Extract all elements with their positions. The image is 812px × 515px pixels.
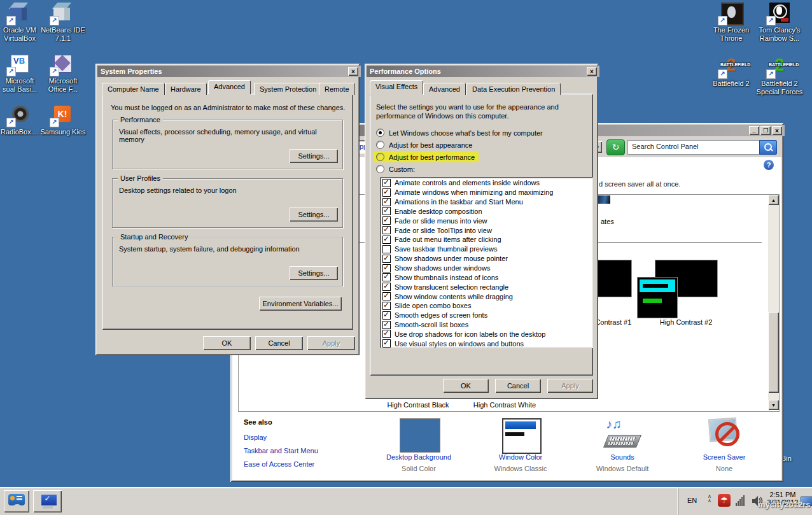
avira-tray-icon[interactable]: ☂ (718, 494, 731, 507)
visual-effect-item[interactable]: Show translucent selection rectangle (380, 282, 593, 292)
visual-effect-item[interactable]: Fade or slide ToolTips into view (380, 225, 593, 235)
tab-remote[interactable]: Remote (319, 83, 355, 95)
checked-checkbox-icon[interactable] (382, 226, 391, 234)
see-also-link-taskbar[interactable]: Taskbar and Start Menu (244, 447, 318, 455)
checked-checkbox-icon[interactable] (382, 207, 391, 215)
system-properties-titlebar[interactable]: System Properties × (97, 66, 361, 77)
visual-effect-item[interactable]: Show shadows under mouse pointer (380, 254, 593, 264)
checked-checkbox-icon[interactable] (382, 321, 391, 329)
cancel-button[interactable]: Cancel (495, 379, 541, 393)
theme-list-scrollbar[interactable]: ▲ ▼ (768, 195, 779, 410)
visual-effect-item[interactable]: Animate windows when minimizing and maxi… (380, 188, 593, 197)
radio-custom[interactable]: Custom: (374, 164, 419, 174)
tab-advanced[interactable]: Advanced (423, 83, 466, 95)
checked-checkbox-icon[interactable] (382, 216, 391, 225)
apply-button[interactable]: Apply (307, 336, 355, 350)
checked-checkbox-icon[interactable] (382, 255, 391, 263)
screen-saver-thumbnail[interactable] (706, 417, 742, 451)
window-color-label[interactable]: Window Color (473, 453, 568, 461)
desktop-background-thumbnail[interactable] (400, 418, 440, 453)
visual-effect-item[interactable]: Slide open combo boxes (380, 301, 593, 311)
desktop-icon-oracle-virtualbox[interactable]: ↗ Oracle VMVirtualBox (0, 3, 43, 43)
checked-checkbox-icon[interactable] (382, 273, 391, 281)
see-also-link-ease-of-access[interactable]: Ease of Access Center (244, 460, 314, 468)
close-button[interactable]: × (772, 126, 782, 135)
taskbar-app-button[interactable]: ✓ (33, 490, 62, 512)
checked-checkbox-icon[interactable] (382, 283, 391, 291)
sounds-thumbnail[interactable]: ♪♫ (605, 417, 640, 451)
maximize-button[interactable]: ❒ (760, 126, 771, 135)
screen-saver-label[interactable]: Screen Saver (676, 453, 772, 461)
tab-system-protection[interactable]: System Protection (254, 83, 322, 95)
visual-effect-item[interactable]: Smooth edges of screen fonts (380, 311, 593, 320)
radio-let-windows-choose[interactable]: Let Windows choose what's best for my co… (374, 127, 547, 138)
visual-effect-item[interactable]: Save taskbar thumbnail previews (380, 244, 593, 254)
desktop-icon-office[interactable]: ↗ MicrosoftOffice F... (39, 53, 87, 94)
performance-settings-button[interactable]: Settings... (290, 149, 338, 163)
tab-visual-effects[interactable]: Visual Effects (370, 80, 423, 94)
refresh-button[interactable]: ↻ (606, 139, 625, 155)
checked-checkbox-icon[interactable] (382, 302, 391, 310)
language-indicator[interactable]: EN (687, 497, 697, 504)
checked-checkbox-icon[interactable] (382, 339, 391, 348)
close-button[interactable]: × (348, 67, 358, 76)
performance-options-titlebar[interactable]: Performance Options × (367, 66, 599, 77)
desktop-icon-battlefield-2[interactable]: 2 BATTLEFIELD ↗ Battlefield 2 (708, 56, 755, 88)
checked-checkbox-icon[interactable] (382, 179, 391, 187)
checked-checkbox-icon[interactable] (382, 188, 391, 197)
desktop-icon-radiobox[interactable]: ↗ RadioBox.... (0, 104, 43, 136)
network-signal-icon[interactable] (736, 495, 745, 506)
checked-checkbox-icon[interactable] (382, 198, 391, 206)
tab-hardware[interactable]: Hardware (165, 83, 207, 95)
visual-effects-list[interactable]: Animate controls and elements inside win… (380, 177, 593, 348)
minimize-button[interactable]: _ (749, 126, 759, 135)
scroll-down-button[interactable]: ▼ (768, 400, 779, 410)
visual-effect-item[interactable]: Smooth-scroll list boxes (380, 320, 593, 330)
startup-settings-button[interactable]: Settings... (290, 266, 338, 280)
scrollbar-thumb[interactable] (768, 312, 779, 393)
ok-button[interactable]: OK (203, 336, 251, 350)
selected-theme-preview[interactable] (637, 277, 678, 318)
visual-effect-item[interactable]: Animate controls and elements inside win… (380, 178, 593, 188)
desktop-icon-samsung-kies[interactable]: K! ↗ Samsung Kies (39, 104, 87, 136)
checked-checkbox-icon[interactable] (382, 236, 391, 244)
theme-label[interactable]: High Contrast Black (384, 401, 452, 409)
visual-effect-item[interactable]: Use visual styles on windows and buttons (380, 339, 593, 348)
close-button[interactable]: × (587, 67, 597, 76)
desktop-icon-visual-basic[interactable]: VB ↗ Microsoftsual Basi... (0, 53, 43, 94)
checked-checkbox-icon[interactable] (382, 330, 391, 338)
desktop-icon-rainbow-six[interactable]: ↗ Tom Clancy'sRainbow S... (756, 3, 803, 43)
sounds-label[interactable]: Sounds (575, 453, 670, 461)
tab-advanced[interactable]: Advanced (208, 80, 251, 94)
user-profiles-settings-button[interactable]: Settings... (290, 208, 338, 222)
desktop-icon-battlefield-2-sf[interactable]: 2 BATTLEFIELD ↗ Battlefield 2Special For… (756, 56, 803, 96)
theme-label[interactable]: High Contrast White (471, 401, 538, 409)
visual-effect-item[interactable]: Show thumbnails instead of icons (380, 272, 593, 282)
scroll-up-button[interactable]: ▲ (768, 195, 779, 205)
window-color-thumbnail[interactable] (502, 418, 542, 454)
cancel-button[interactable]: Cancel (255, 336, 303, 350)
unchecked-checkbox-icon[interactable] (382, 245, 391, 253)
apply-button[interactable]: Apply (547, 379, 593, 393)
checked-checkbox-icon[interactable] (382, 264, 391, 272)
theme-label[interactable]: High Contrast #2 (655, 318, 717, 326)
environment-variables-button[interactable]: Environment Variables... (259, 297, 342, 311)
visual-effect-item[interactable]: Show shadows under windows (380, 264, 593, 273)
desktop-icon-frozen-throne[interactable]: ↗ The FrozenThrone (708, 3, 755, 43)
theme-thumbnail-partial[interactable] (597, 195, 610, 204)
tab-computer-name[interactable]: Computer Name (102, 83, 165, 95)
visual-effect-item[interactable]: Enable desktop composition (380, 207, 593, 216)
visual-effect-item[interactable]: Use drop shadows for icon labels on the … (380, 330, 593, 339)
checked-checkbox-icon[interactable] (382, 292, 391, 300)
start-button[interactable] (4, 490, 29, 512)
radio-best-appearance[interactable]: Adjust for best appearance (374, 139, 476, 150)
search-input[interactable]: Search Control Panel (627, 140, 760, 155)
visual-effect-item[interactable]: Fade or slide menus into view (380, 216, 593, 225)
ok-button[interactable]: OK (443, 379, 489, 393)
search-button[interactable] (759, 140, 777, 155)
help-icon[interactable]: ? (764, 160, 774, 170)
visual-effect-item[interactable]: Animations in the taskbar and Start Menu (380, 197, 593, 207)
see-also-link-display[interactable]: Display (244, 434, 267, 441)
desktop-icon-netbeans[interactable]: ↗ NetBeans IDE7.1.1 (39, 3, 87, 43)
radio-best-performance[interactable]: Adjust for best performance (374, 152, 479, 162)
